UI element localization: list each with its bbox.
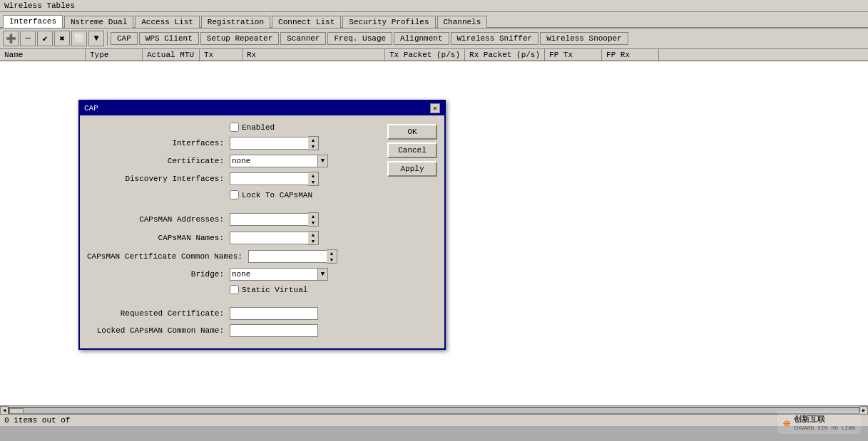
dialog-close-button[interactable]: ✕	[430, 103, 440, 113]
capsman-names-row: CAPsMAN Names: ▲ ▼	[87, 231, 382, 245]
bridge-dropdown-group: none ▼	[230, 268, 328, 281]
certificate-label: Certificate:	[87, 157, 230, 165]
capsman-names-spinner-down[interactable]: ▼	[308, 238, 318, 244]
capsman-addr-spinner-down[interactable]: ▼	[308, 219, 318, 226]
capsman-cert-input-group: ▲ ▼	[248, 249, 337, 264]
capsman-cert-label: CAPsMAN Certificate Common Names:	[87, 252, 248, 261]
capsman-cert-input[interactable]	[248, 250, 327, 263]
certificate-dropdown-arrow[interactable]: ▼	[318, 155, 328, 167]
discovery-interfaces-label: Discovery Interfaces:	[87, 175, 230, 183]
capsman-cert-row: CAPsMAN Certificate Common Names: ▲ ▼	[87, 249, 382, 264]
apply-button[interactable]: Apply	[387, 161, 437, 177]
req-cert-input[interactable]	[230, 307, 318, 320]
interfaces-input[interactable]	[230, 137, 308, 150]
interfaces-row: Interfaces: ▲ ▼	[87, 136, 382, 150]
locked-name-row: Locked CAPsMAN Common Name:	[87, 324, 382, 337]
interfaces-spinner: ▲ ▼	[308, 136, 319, 150]
interfaces-label: Interfaces:	[87, 139, 230, 147]
capsman-addr-row: CAPsMAN Addresses: ▲ ▼	[87, 212, 382, 227]
capsman-cert-spinner-up[interactable]: ▲	[327, 250, 337, 256]
capsman-addr-spinner: ▲ ▼	[308, 212, 319, 227]
capsman-names-input-group: ▲ ▼	[230, 231, 319, 245]
static-virtual-checkbox[interactable]	[230, 285, 239, 294]
discovery-interfaces-input[interactable]	[230, 172, 308, 185]
capsman-addr-input[interactable]	[230, 213, 308, 226]
static-virtual-label: Static Virtual	[242, 286, 307, 294]
capsman-names-spinner-up[interactable]: ▲	[308, 232, 318, 238]
capsman-cert-spinner-down[interactable]: ▼	[327, 256, 337, 263]
lock-capsman-row: Lock To CAPsMAN	[230, 190, 382, 199]
dialog-titlebar: CAP ✕	[80, 101, 444, 115]
locked-name-label: Locked CAPsMAN Common Name:	[87, 326, 230, 335]
req-cert-row: Requested Certificate:	[87, 307, 382, 320]
modal-overlay: CAP ✕ Enabled Interfaces:	[0, 0, 868, 441]
section-gap-2	[87, 299, 382, 307]
lock-capsman-label: Lock To CAPsMAN	[242, 191, 312, 199]
enabled-checkbox[interactable]	[230, 123, 239, 132]
discovery-spinner: ▲ ▼	[308, 172, 319, 186]
capsman-addr-label: CAPsMAN Addresses:	[87, 215, 230, 224]
capsman-cert-spinner: ▲ ▼	[327, 249, 337, 264]
dialog-form: Enabled Interfaces: ▲ ▼ Certificate	[87, 123, 382, 341]
bridge-row: Bridge: none ▼	[87, 268, 382, 281]
certificate-row: Certificate: none ▼	[87, 155, 382, 167]
bridge-dropdown-arrow[interactable]: ▼	[318, 268, 328, 281]
enabled-row: Enabled	[230, 123, 382, 132]
static-virtual-row: Static Virtual	[230, 285, 382, 294]
interfaces-input-group: ▲ ▼	[230, 136, 319, 150]
enabled-label: Enabled	[242, 123, 275, 132]
bridge-select[interactable]: none	[230, 268, 318, 281]
ok-button[interactable]: OK	[387, 124, 437, 140]
lock-capsman-checkbox[interactable]	[230, 190, 239, 199]
cap-dialog: CAP ✕ Enabled Interfaces:	[78, 100, 446, 350]
interfaces-spinner-up[interactable]: ▲	[308, 137, 318, 143]
capsman-names-label: CAPsMAN Names:	[87, 234, 230, 242]
capsman-names-spinner: ▲ ▼	[308, 231, 319, 245]
locked-name-input[interactable]	[230, 324, 318, 337]
cancel-button[interactable]: Cancel	[387, 142, 437, 158]
bridge-label: Bridge:	[87, 270, 230, 279]
dialog-buttons: OK Cancel Apply	[387, 123, 437, 341]
discovery-input-group: ▲ ▼	[230, 172, 319, 186]
section-gap-1	[87, 204, 382, 212]
certificate-select[interactable]: none	[230, 155, 318, 167]
discovery-spinner-up[interactable]: ▲	[308, 172, 318, 179]
capsman-names-input[interactable]	[230, 232, 308, 244]
discovery-interfaces-row: Discovery Interfaces: ▲ ▼	[87, 172, 382, 186]
discovery-spinner-down[interactable]: ▼	[308, 179, 318, 185]
capsman-addr-spinner-up[interactable]: ▲	[308, 213, 318, 219]
req-cert-label: Requested Certificate:	[87, 309, 230, 318]
interfaces-spinner-down[interactable]: ▼	[308, 143, 318, 150]
certificate-dropdown-group: none ▼	[230, 155, 328, 167]
capsman-addr-input-group: ▲ ▼	[230, 212, 319, 227]
dialog-body: Enabled Interfaces: ▲ ▼ Certificate	[80, 115, 444, 348]
dialog-title: CAP	[84, 104, 98, 113]
